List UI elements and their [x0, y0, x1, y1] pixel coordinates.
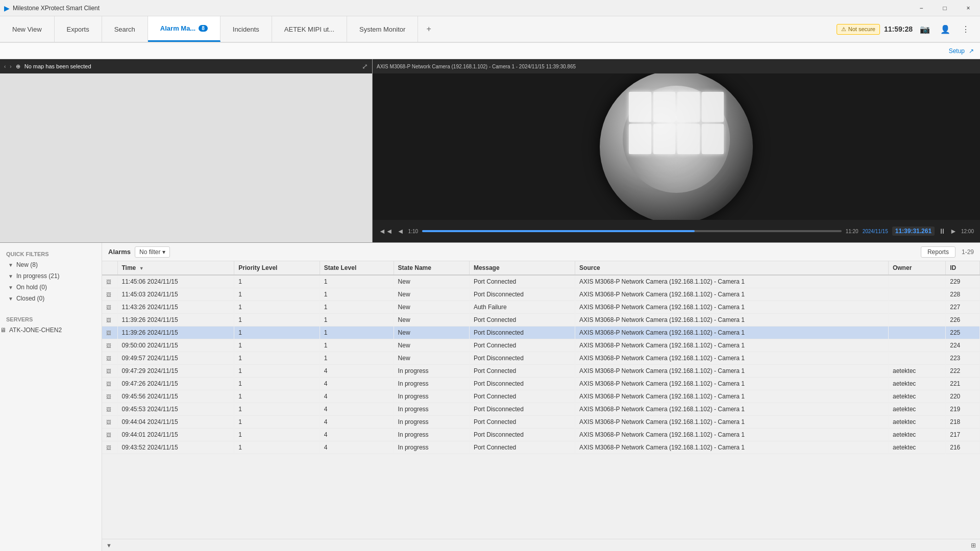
row-message: Auth Failure	[469, 301, 575, 314]
col-source[interactable]: Source	[575, 261, 889, 275]
tab-exports[interactable]: Exports	[55, 16, 102, 42]
table-header-row: Time ▼ Priority Level State Level State …	[102, 261, 980, 275]
col-owner[interactable]: Owner	[888, 261, 945, 275]
row-owner: aetektec	[888, 378, 945, 390]
row-state-level: 1	[320, 275, 394, 288]
row-source: AXIS M3068-P Network Camera (192.168.1.1…	[575, 441, 889, 454]
forward-button[interactable]: ►	[950, 227, 957, 235]
server-item-atk[interactable]: 🖥 ATK-JONE-CHEN2	[0, 324, 102, 336]
tab-aetek-mipi[interactable]: AETEK MIPI ut...	[272, 16, 347, 42]
setup-link[interactable]: Setup	[949, 47, 965, 55]
tab-incidents[interactable]: Incidents	[220, 16, 272, 42]
row-icon: 🖼	[106, 445, 111, 450]
col-id[interactable]: ID	[946, 261, 980, 275]
external-link[interactable]: ↗	[969, 47, 974, 55]
close-button[interactable]: ×	[957, 0, 980, 16]
row-id: 228	[946, 288, 980, 301]
table-row[interactable]: 🖼 11:45:06 2024/11/15 1 1 New Port Conne…	[102, 275, 980, 288]
pause-button[interactable]: ⏸	[939, 227, 946, 235]
user-button[interactable]: 👤	[937, 21, 953, 37]
row-message: Port Connected	[469, 339, 575, 352]
row-state-name: New	[394, 275, 469, 288]
table-row[interactable]: 🖼 11:39:26 2024/11/15 1 1 New Port Conne…	[102, 314, 980, 327]
row-time: 11:45:06 2024/11/15	[117, 275, 234, 288]
rewind-button[interactable]: ◄◄	[379, 227, 393, 235]
not-secure-button[interactable]: ⚠ Not secure	[837, 24, 880, 35]
timeline-bar[interactable]	[422, 230, 842, 232]
table-row[interactable]: 🖼 09:43:52 2024/11/15 1 4 In progress Po…	[102, 441, 980, 454]
alarm-manager-badge: 8	[199, 25, 208, 32]
row-priority: 1	[234, 378, 320, 390]
filter-label: No filter	[139, 248, 160, 256]
main-content: ‹ › ⊕ No map has been selected ⤢ AXIS M3…	[0, 59, 980, 551]
row-time: 09:50:00 2024/11/15	[117, 339, 234, 352]
row-time: 09:47:26 2024/11/15	[117, 378, 234, 390]
tab-system-monitor-label: System Monitor	[359, 26, 405, 33]
table-row[interactable]: 🖼 09:45:56 2024/11/15 1 4 In progress Po…	[102, 390, 980, 403]
alarm-count: 1-29	[962, 248, 974, 256]
table-row[interactable]: 🖼 09:49:57 2024/11/15 1 1 New Port Disco…	[102, 352, 980, 365]
camera-button[interactable]: 📷	[917, 21, 933, 37]
tab-search[interactable]: Search	[102, 16, 148, 42]
server-icon: 🖥	[0, 327, 6, 334]
grid-icon: ⊞	[971, 542, 976, 549]
row-icon: 🖼	[106, 343, 111, 348]
table-row[interactable]: 🖼 09:50:00 2024/11/15 1 1 New Port Conne…	[102, 339, 980, 352]
map-nav-back[interactable]: ‹	[4, 64, 6, 69]
row-icon-cell: 🖼	[102, 429, 117, 441]
col-state-name[interactable]: State Name	[394, 261, 469, 275]
row-state-name: In progress	[394, 429, 469, 441]
filter-new[interactable]: ▼ New (8)	[0, 259, 102, 270]
row-state-level: 4	[320, 390, 394, 403]
reports-button[interactable]: Reports	[921, 246, 955, 258]
row-priority: 1	[234, 288, 320, 301]
row-icon-cell: 🖼	[102, 441, 117, 454]
scroll-down-icon: ▼	[106, 542, 112, 548]
filter-closed[interactable]: ▼ Closed (0)	[0, 293, 102, 304]
filter-drop-icon: ▾	[162, 248, 165, 256]
row-time: 11:45:03 2024/11/15	[117, 288, 234, 301]
table-row[interactable]: 🖼 09:44:01 2024/11/15 1 4 In progress Po…	[102, 429, 980, 441]
tab-system-monitor[interactable]: System Monitor	[347, 16, 418, 42]
filter-new-icon: ▼	[8, 262, 13, 268]
server-label: ATK-JONE-CHEN2	[9, 327, 62, 334]
col-time[interactable]: Time ▼	[117, 261, 234, 275]
table-row[interactable]: 🖼 11:45:03 2024/11/15 1 1 New Port Disco…	[102, 288, 980, 301]
play-back-button[interactable]: ◄	[397, 227, 404, 235]
col-icon[interactable]	[102, 261, 117, 275]
table-row[interactable]: 🖼 09:47:29 2024/11/15 1 4 In progress Po…	[102, 365, 980, 378]
camera-header: AXIS M3068-P Network Camera (192.168.1.1…	[373, 59, 980, 73]
row-owner	[888, 327, 945, 339]
tab-alarm-manager[interactable]: Alarm Ma... 8	[148, 16, 220, 42]
table-row[interactable]: 🖼 11:39:26 2024/11/15 1 1 New Port Disco…	[102, 327, 980, 339]
table-row[interactable]: 🖼 09:44:04 2024/11/15 1 4 In progress Po…	[102, 416, 980, 429]
row-source: AXIS M3068-P Network Camera (192.168.1.1…	[575, 429, 889, 441]
minimize-button[interactable]: −	[910, 0, 933, 16]
col-priority[interactable]: Priority Level	[234, 261, 320, 275]
globe-icon: ⊕	[16, 63, 20, 70]
map-expand-button[interactable]: ⤢	[362, 62, 368, 70]
light-spot-5	[629, 124, 651, 154]
row-priority: 1	[234, 390, 320, 403]
app-icon: ▶	[4, 4, 10, 12]
col-state-level[interactable]: State Level	[320, 261, 394, 275]
filter-on-hold[interactable]: ▼ On hold (0)	[0, 282, 102, 293]
filter-in-progress[interactable]: ▼ In progress (21)	[0, 270, 102, 282]
scroll-down-button[interactable]: ▼	[106, 542, 112, 548]
more-button[interactable]: ⋮	[958, 21, 974, 37]
camera-title: AXIS M3068-P Network Camera (192.168.1.1…	[377, 64, 576, 69]
top-panel: ‹ › ⊕ No map has been selected ⤢ AXIS M3…	[0, 59, 980, 243]
row-state-level: 4	[320, 365, 394, 378]
row-message: Port Connected	[469, 365, 575, 378]
filter-dropdown-button[interactable]: No filter ▾	[135, 246, 170, 258]
maximize-button[interactable]: □	[933, 0, 957, 16]
light-spot-6	[653, 124, 676, 154]
table-row[interactable]: 🖼 09:45:53 2024/11/15 1 4 In progress Po…	[102, 403, 980, 416]
table-row[interactable]: 🖼 09:47:26 2024/11/15 1 4 In progress Po…	[102, 378, 980, 390]
map-nav-forward[interactable]: ›	[10, 64, 11, 69]
tab-new-view[interactable]: New View	[0, 16, 55, 42]
add-tab-button[interactable]: +	[418, 16, 439, 42]
col-message[interactable]: Message	[469, 261, 575, 275]
table-row[interactable]: 🖼 11:43:26 2024/11/15 1 1 New Auth Failu…	[102, 301, 980, 314]
row-state-name: New	[394, 314, 469, 327]
